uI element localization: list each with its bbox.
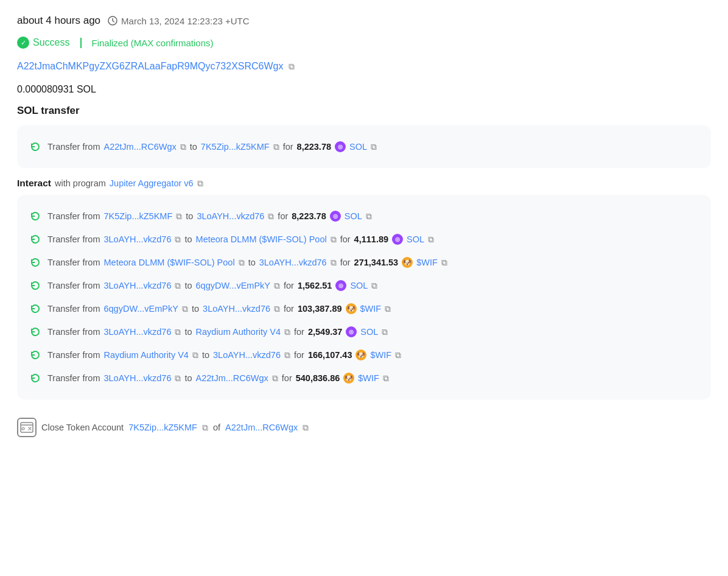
- transfer-from-static: Transfer from: [47, 258, 100, 267]
- token-name[interactable]: $WIF: [370, 350, 391, 360]
- close-token-row: Close Token Account 7K5Zip...kZ5KMF ⧉ of…: [17, 409, 711, 440]
- transfer-from-addr[interactable]: 6qgyDW...vEmPkY: [103, 304, 178, 314]
- transfer-to-addr[interactable]: Raydium Authority V4: [196, 327, 281, 337]
- copy-from-addr-icon[interactable]: ⧉: [192, 350, 198, 360]
- transfer-to-addr[interactable]: 6qgyDW...vEmPkY: [196, 281, 270, 290]
- interact-bold-label: Interact: [17, 178, 51, 189]
- wif-token-icon: 🐶: [355, 349, 366, 360]
- timestamp-row: about 4 hours ago March 13, 2024 12:23:2…: [17, 15, 711, 27]
- transfer-to-addr[interactable]: 3LoAYH...vkzd76: [259, 258, 327, 267]
- transfer-from-addr[interactable]: 7K5Zip...kZ5KMF: [103, 211, 172, 221]
- transfer-to-addr[interactable]: 3LoAYH...vkzd76: [203, 304, 270, 314]
- copy-close-owner-icon[interactable]: ⧉: [303, 423, 309, 433]
- transfer-amount: 540,836.86: [296, 373, 340, 383]
- transfer-from-addr[interactable]: 3LoAYH...vkzd76: [103, 234, 171, 244]
- transfer-to-static: to: [184, 281, 192, 290]
- copy-token-icon[interactable]: ⧉: [383, 373, 389, 384]
- token-name[interactable]: SOL: [345, 211, 362, 221]
- transfer-to-static: to: [184, 327, 192, 337]
- token-name[interactable]: SOL: [407, 234, 424, 244]
- sol-transfer-amount: 8,223.78: [297, 142, 331, 152]
- transfer-amount: 271,341.53: [354, 258, 399, 267]
- copy-token-icon[interactable]: ⧉: [428, 234, 434, 245]
- token-name[interactable]: SOL: [360, 327, 378, 337]
- copy-close-account-icon[interactable]: ⧉: [202, 423, 208, 433]
- copy-token-icon[interactable]: ⧉: [366, 211, 372, 222]
- copy-token-icon[interactable]: ⧉: [382, 327, 388, 337]
- transfer-to-addr[interactable]: 3LoAYH...vkzd76: [213, 350, 281, 360]
- program-name-link[interactable]: Jupiter Aggregator v6: [110, 178, 194, 188]
- absolute-time: March 13, 2024 12:23:23 +UTC: [121, 16, 250, 26]
- token-name[interactable]: SOL: [350, 281, 368, 290]
- copy-to-addr-icon[interactable]: ⧉: [272, 373, 278, 384]
- copy-token-icon[interactable]: ⧉: [441, 258, 447, 268]
- svg-point-2: [22, 427, 24, 430]
- transfer-from-addr[interactable]: Raydium Authority V4: [103, 350, 188, 360]
- copy-to-addr-icon[interactable]: ⧉: [331, 234, 337, 245]
- copy-from-addr-icon[interactable]: ⧉: [175, 373, 181, 384]
- transfer-to-static: to: [192, 304, 199, 314]
- copy-from-icon[interactable]: ⧉: [180, 142, 186, 152]
- transfer-amount: 1,562.51: [298, 281, 332, 290]
- tx-hash-row: A22tJmaChMKPgyZXG6ZRALaaFapR9MQyc732XSRC…: [17, 61, 711, 72]
- copy-from-addr-icon[interactable]: ⧉: [182, 304, 188, 314]
- transfer-row: Transfer from 3LoAYH...vkzd76 ⧉ to A22tJ…: [29, 367, 699, 390]
- close-token-account-link[interactable]: 7K5Zip...kZ5KMF: [128, 423, 197, 432]
- copy-from-addr-icon[interactable]: ⧉: [175, 234, 181, 245]
- copy-token-icon[interactable]: ⧉: [371, 281, 377, 291]
- copy-from-addr-icon[interactable]: ⧉: [175, 327, 181, 337]
- copy-program-icon[interactable]: ⧉: [197, 178, 203, 189]
- transfer-from-addr[interactable]: 3LoAYH...vkzd76: [103, 373, 171, 383]
- transfer-from-addr[interactable]: Meteora DLMM ($WIF-SOL) Pool: [103, 258, 234, 267]
- transfer-from-addr[interactable]: 3LoAYH...vkzd76: [103, 281, 171, 290]
- fee-row: 0.000080931 SOL: [17, 84, 711, 95]
- copy-from-addr-icon[interactable]: ⧉: [176, 211, 182, 222]
- tx-hash-link[interactable]: A22tJmaChMKPgyZXG6ZRALaaFapR9MQyc732XSRC…: [17, 61, 284, 72]
- transfer-to-addr[interactable]: Meteora DLMM ($WIF-SOL) Pool: [196, 234, 327, 244]
- copy-to-icon[interactable]: ⧉: [273, 142, 279, 152]
- copy-token-icon[interactable]: ⧉: [395, 350, 401, 360]
- check-icon: ✓: [17, 37, 29, 49]
- token-name[interactable]: $WIF: [358, 373, 379, 383]
- token-name[interactable]: $WIF: [360, 304, 382, 314]
- token-name[interactable]: $WIF: [416, 258, 438, 267]
- refresh-icon: [29, 326, 41, 338]
- fee-value: 0.000080931 SOL: [17, 84, 96, 94]
- sol-transfer-title: SOL transfer: [17, 105, 711, 117]
- copy-to-addr-icon[interactable]: ⧉: [331, 258, 337, 268]
- transfer-to-addr[interactable]: 3LoAYH...vkzd76: [197, 211, 264, 221]
- copy-from-addr-icon[interactable]: ⧉: [175, 281, 181, 291]
- copy-from-addr-icon[interactable]: ⧉: [239, 258, 245, 268]
- copy-to-addr-icon[interactable]: ⧉: [274, 281, 280, 291]
- sol-token-icon: ◎: [330, 211, 341, 222]
- sol-token-icon: ◎: [392, 234, 403, 245]
- copy-to-addr-icon[interactable]: ⧉: [284, 327, 290, 337]
- transfer-amount: 166,107.43: [308, 350, 352, 360]
- sol-token-icon: ◎: [335, 280, 346, 291]
- copy-sol-token-icon[interactable]: ⧉: [371, 142, 377, 152]
- transfer-from-addr[interactable]: 3LoAYH...vkzd76: [103, 327, 171, 337]
- copy-to-addr-icon[interactable]: ⧉: [268, 211, 274, 222]
- copy-to-addr-icon[interactable]: ⧉: [284, 350, 290, 360]
- refresh-icon: [29, 256, 41, 269]
- copy-to-addr-icon[interactable]: ⧉: [274, 304, 280, 314]
- status-row: ✓ Success Finalized (MAX confirmations): [17, 37, 711, 49]
- transfer-to-static: to: [184, 234, 192, 244]
- wif-token-icon: 🐶: [402, 257, 413, 268]
- transfer-to-static: to: [202, 350, 209, 360]
- transfer-from-static: Transfer from: [47, 281, 100, 290]
- sol-transfer-card: Transfer from A22tJm...RC6Wgx ⧉ to 7K5Zi…: [17, 125, 711, 168]
- close-token-owner-link[interactable]: A22tJm...RC6Wgx: [225, 423, 298, 432]
- sol-transfer-row: Transfer from A22tJm...RC6Wgx ⧉ to 7K5Zi…: [29, 135, 699, 158]
- copy-token-icon[interactable]: ⧉: [385, 304, 391, 314]
- copy-hash-icon[interactable]: ⧉: [289, 61, 295, 72]
- transfer-row: Transfer from 3LoAYH...vkzd76 ⧉ to Raydi…: [29, 320, 699, 343]
- sol-token-name[interactable]: SOL: [349, 142, 367, 152]
- close-token-icon: [17, 418, 37, 437]
- sol-transfer-to-addr[interactable]: 7K5Zip...kZ5KMF: [201, 142, 270, 152]
- sol-transfer-from-addr[interactable]: A22tJm...RC6Wgx: [103, 142, 176, 152]
- transfer-from-label: Transfer from: [47, 142, 100, 152]
- transfer-from-static: Transfer from: [47, 373, 100, 383]
- transfer-for-static: for: [282, 373, 292, 383]
- transfer-to-addr[interactable]: A22tJm...RC6Wgx: [196, 373, 268, 383]
